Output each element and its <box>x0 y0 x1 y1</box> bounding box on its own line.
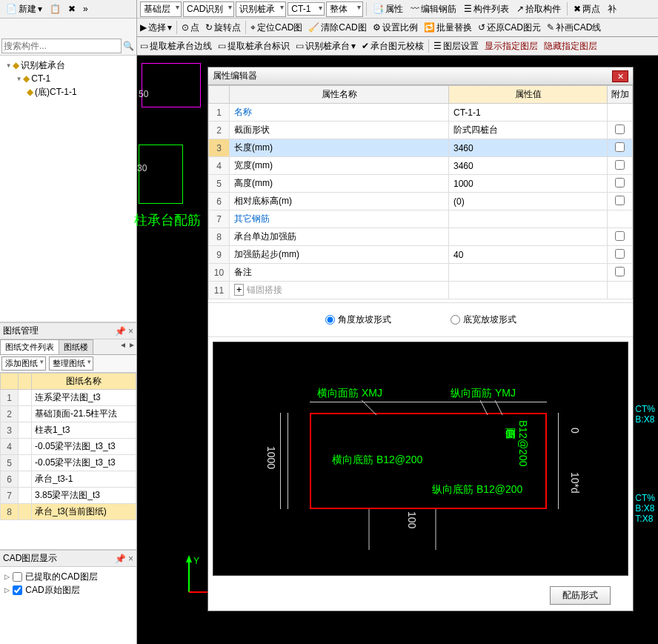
tab-prev[interactable]: ◂ <box>119 339 127 354</box>
delete-icon[interactable]: ✖ <box>65 2 79 16</box>
edit-rebar-button[interactable]: 〰 编辑钢筋 <box>408 1 459 17</box>
prop-button[interactable]: 📑 属性 <box>370 1 406 17</box>
scale-button[interactable]: ⚙ 设置比例 <box>370 20 421 36</box>
copy-icon[interactable]: 📋 <box>47 2 64 16</box>
combo-cad[interactable]: CAD识别 <box>183 1 234 17</box>
col-name: 属性名称 <box>230 86 449 104</box>
prop-value[interactable] <box>449 228 608 246</box>
svg-marker-1 <box>186 555 192 562</box>
point-button[interactable]: ⊙ 点 <box>179 20 202 36</box>
add-drawing-button[interactable]: 添加图纸 <box>1 356 46 371</box>
drawing-panel-title: 图纸管理 <box>3 325 39 337</box>
tab-floor[interactable]: 图纸楼 <box>59 339 93 354</box>
drawing-row[interactable]: 基础顶面-21.5柱平法 <box>32 406 136 422</box>
combo-layer[interactable]: 基础层 <box>140 1 182 17</box>
fill-line-button[interactable]: ✎ 补画CAD线 <box>544 20 604 36</box>
col-value: 属性值 <box>449 86 608 104</box>
drawing-row[interactable]: 柱表1_t3 <box>32 422 136 439</box>
layer-extracted[interactable]: ▷ 已提取的CAD图层 <box>4 570 132 583</box>
prop-value[interactable] <box>449 210 608 228</box>
combo-rec[interactable]: 识别桩承 <box>236 1 286 17</box>
tree-ct[interactable]: CT-1 <box>31 73 50 84</box>
component-tree[interactable]: ▾◆识别桩承台 ▾◆CT-1 ◆(底)CT-1-1 <box>0 56 136 322</box>
new-button[interactable]: 📄 新建 ▾ <box>3 1 45 17</box>
property-grid[interactable]: 属性名称 属性值 附加 1名称CT-1-1 2截面形状阶式四桩台 3长度(mm)… <box>208 85 633 299</box>
member-list-button[interactable]: ☰ 构件列表 <box>461 1 512 17</box>
tree-leaf[interactable]: (底)CT-1-1 <box>35 87 77 97</box>
locate-cad-button[interactable]: ⌖ 定位CAD图 <box>247 20 305 36</box>
drawing-row[interactable]: 连系梁平法图_t3 <box>32 390 136 406</box>
sort-drawing-button[interactable]: 整理图纸 <box>49 356 93 371</box>
select-button[interactable]: ▶ 选择 ▾ <box>137 20 175 36</box>
cad-dim: 30 <box>137 163 147 173</box>
search-icon[interactable]: 🔍 <box>122 41 135 51</box>
svg-line-7 <box>495 400 502 415</box>
prop-value-selected[interactable]: 3460 <box>449 139 608 157</box>
prop-value[interactable]: 阶式四桩台 <box>449 122 608 139</box>
drawing-row[interactable]: 3.85梁平法图_t3 <box>32 488 136 504</box>
pick-member-button[interactable]: ↗ 拾取构件 <box>514 1 564 17</box>
drawing-row[interactable]: -0.05梁平法图_t3_t3 <box>32 455 136 471</box>
two-point-button[interactable]: ✖ 两点 <box>571 1 603 17</box>
extract-mark-button[interactable]: ▭ 提取桩承台标识 <box>215 39 293 54</box>
restore-cad-button[interactable]: ↺ 还原CAD图元 <box>475 20 544 36</box>
extract-edge-button[interactable]: ▭ 提取桩承台边线 <box>137 39 215 54</box>
tab-next[interactable]: ▸ <box>127 339 136 354</box>
svg-line-6 <box>480 400 488 415</box>
drawing-table[interactable]: 图纸名称 1连系梁平法图_t3 2基础顶面-21.5柱平法 3柱表1_t3 4-… <box>0 373 136 520</box>
rebar-form-button[interactable]: 配筋形式 <box>550 586 611 605</box>
prop-value[interactable]: CT-1-1 <box>449 104 608 122</box>
drawing-row[interactable]: -0.05梁平法图_t3_t3 <box>32 439 136 455</box>
prop-value[interactable]: 40 <box>449 246 608 264</box>
col-extra: 附加 <box>608 86 633 104</box>
close-icon[interactable]: ✕ <box>612 70 628 82</box>
layer-set-button[interactable]: ☰ 图层设置 <box>431 39 482 54</box>
pin-icon[interactable]: 📌 × <box>115 326 133 336</box>
drawing-row[interactable]: 承台_t3-1 <box>32 471 136 488</box>
radio-width[interactable]: 底宽放坡形式 <box>451 313 516 326</box>
prop-value[interactable] <box>449 264 608 282</box>
prop-value[interactable]: 3460 <box>449 157 608 175</box>
pin-icon[interactable]: 📌 × <box>115 554 133 564</box>
rebar-diagram: 横向面筋 XMJ 纵向面筋 YMJ 横向底筋 B12@200 纵向底筋 B12@… <box>213 342 628 576</box>
check-button[interactable]: ✔ 承台图元校核 <box>359 39 427 54</box>
recognize-button[interactable]: ▭ 识别桩承台 ▾ <box>293 39 359 54</box>
radio-angle[interactable]: 角度放坡形式 <box>325 313 391 326</box>
show-layer-button[interactable]: 显示指定图层 <box>482 39 541 54</box>
layer-panel-title: CAD图层显示 <box>3 552 57 565</box>
svg-line-5 <box>362 400 376 415</box>
search-input[interactable] <box>1 39 122 53</box>
cad-dim: 50 <box>139 89 148 99</box>
prop-value[interactable]: 1000 <box>449 175 608 193</box>
property-editor-dialog: 属性编辑器 ✕ 属性名称 属性值 附加 1名称CT-1-1 2截面形状阶式四桩台… <box>207 67 634 611</box>
more-icon[interactable]: » <box>80 2 91 16</box>
drawing-row-current[interactable]: 承台_t3(当前图纸) <box>32 504 136 520</box>
cad-title: 柱承台配筋 <box>134 211 201 229</box>
hide-layer-button[interactable]: 隐藏指定图层 <box>541 39 600 54</box>
combo-whole[interactable]: 整体 <box>326 1 363 17</box>
prop-value[interactable]: (0) <box>449 193 608 210</box>
dialog-title: 属性编辑器 <box>213 70 257 82</box>
tree-root[interactable]: 识别桩承台 <box>21 60 65 70</box>
correct-button[interactable]: 补 <box>605 1 619 17</box>
svg-text:Y: Y <box>193 556 199 566</box>
clear-cad-button[interactable]: 🧹 清除CAD图 <box>305 20 369 36</box>
tab-file-list[interactable]: 图纸文件列表 <box>0 339 59 354</box>
rotate-point-button[interactable]: ↻ 旋转点 <box>202 20 244 36</box>
drawing-col-header: 图纸名称 <box>32 374 136 390</box>
side-text: CT% <box>635 404 655 414</box>
layer-original[interactable]: ▷ CAD原始图层 <box>4 583 132 597</box>
combo-ct[interactable]: CT-1 <box>288 2 325 16</box>
batch-replace-button[interactable]: 🔁 批量替换 <box>421 20 475 36</box>
